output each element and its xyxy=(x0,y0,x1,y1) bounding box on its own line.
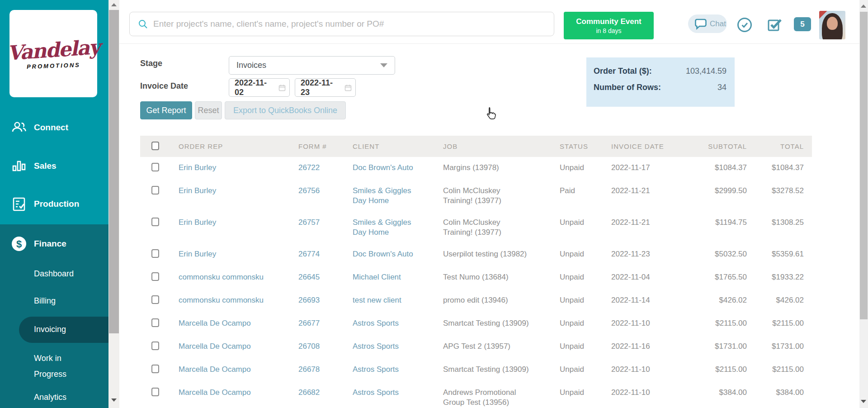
order-rep-link[interactable]: Erin Burley xyxy=(179,186,216,195)
order-rep-link[interactable]: commonsku commonsku xyxy=(179,296,264,304)
order-rep-link[interactable]: Erin Burley xyxy=(179,163,216,172)
client-link[interactable]: Michael Client xyxy=(353,273,401,281)
client-link[interactable]: Astros Sports xyxy=(353,319,399,327)
sidebar-item-billing[interactable]: Billing xyxy=(34,296,56,306)
form-number-link[interactable]: 26774 xyxy=(298,250,320,258)
order-rep-cell: commonsku commonsku xyxy=(172,289,292,313)
order-rep-cell: Erin Burley xyxy=(172,157,292,180)
sidebar-item-analytics[interactable]: Analytics xyxy=(34,393,66,402)
row-checkbox[interactable] xyxy=(151,342,159,350)
row-checkbox[interactable] xyxy=(151,318,159,327)
client-link[interactable]: Astros Sports xyxy=(353,388,399,397)
row-checkbox[interactable] xyxy=(151,272,159,281)
form-number-link[interactable]: 26757 xyxy=(298,218,320,227)
sidebar-item-production[interactable]: Production xyxy=(0,193,108,215)
column-header-total[interactable]: TOTAL xyxy=(747,136,812,157)
sidebar-item-connect[interactable]: Connect xyxy=(0,117,108,138)
project-search[interactable] xyxy=(129,12,554,36)
page-scrollbar-right[interactable] xyxy=(859,0,868,408)
job-cell: Colin McCluskey Training! (13977) xyxy=(436,212,553,243)
order-rep-link[interactable]: commonsku commonsku xyxy=(179,273,264,281)
scroll-down-arrow-icon[interactable] xyxy=(111,399,117,402)
sidebar-item-label: Production xyxy=(34,199,79,209)
number-of-rows-label: Number of Rows: xyxy=(594,83,661,92)
status-cell: Unpaid xyxy=(553,313,604,336)
form-number-link[interactable]: 26693 xyxy=(298,296,320,304)
job-cell: APG Test 2 (13957) xyxy=(436,336,553,359)
column-header-rep[interactable]: ORDER REP xyxy=(172,136,292,157)
row-checkbox[interactable] xyxy=(151,218,159,226)
client-link[interactable]: Smiles & Giggles Day Home xyxy=(353,218,411,237)
form-number-link[interactable]: 26708 xyxy=(298,342,320,351)
form-number-link[interactable]: 26645 xyxy=(298,273,320,281)
order-rep-link[interactable]: Erin Burley xyxy=(179,218,216,227)
invoice-date-to-input[interactable]: 2022-11-23 xyxy=(295,78,356,97)
client-link[interactable]: Astros Sports xyxy=(353,365,399,374)
column-header-status[interactable]: STATUS xyxy=(553,136,604,157)
order-rep-link[interactable]: Marcella De Ocampo xyxy=(179,365,251,374)
form-number-link[interactable]: 26682 xyxy=(298,388,320,397)
sidebar-item-work-in-progress[interactable]: Work in Progress xyxy=(34,351,93,382)
form-number-link[interactable]: 26678 xyxy=(298,365,320,374)
client-link[interactable]: Astros Sports xyxy=(353,342,399,351)
client-link[interactable]: Doc Brown's Auto xyxy=(353,250,413,258)
column-header-subtotal[interactable]: SUBTOTAL xyxy=(688,136,747,157)
community-event-button[interactable]: Community Event in 8 days xyxy=(564,12,654,39)
status-cell: Unpaid xyxy=(553,289,604,313)
scroll-up-arrow-icon[interactable] xyxy=(861,5,866,8)
user-avatar[interactable] xyxy=(819,11,845,39)
tasks-icon[interactable] xyxy=(767,17,782,34)
form-number-cell: 26708 xyxy=(292,336,346,359)
sidebar-item-invoicing[interactable]: Invoicing xyxy=(34,325,66,334)
row-checkbox[interactable] xyxy=(151,163,159,171)
total-cell: $3278.52 xyxy=(747,180,812,212)
column-header-date[interactable]: INVOICE DATE xyxy=(604,136,688,157)
column-header-client[interactable]: CLIENT xyxy=(346,136,436,157)
form-number-link[interactable]: 26677 xyxy=(298,319,320,327)
order-rep-link[interactable]: Marcella De Ocampo xyxy=(179,319,251,327)
scrollbar-thumb[interactable] xyxy=(109,10,119,333)
sidebar-item-sales[interactable]: Sales xyxy=(0,155,108,177)
sidebar-item-finance[interactable]: $ Finance xyxy=(0,233,108,255)
company-logo[interactable]: Vandelay PROMOTIONS xyxy=(9,10,97,97)
order-rep-cell: Erin Burley xyxy=(172,243,292,266)
scroll-down-arrow-icon[interactable] xyxy=(861,400,866,403)
search-input[interactable] xyxy=(153,19,542,29)
job-cell: promo edit (13946) xyxy=(436,289,553,313)
form-number-link[interactable]: 26756 xyxy=(298,186,320,195)
notification-badge[interactable]: 5 xyxy=(794,17,811,31)
client-link[interactable]: Smiles & Giggles Day Home xyxy=(353,186,411,205)
order-rep-cell: Erin Burley xyxy=(172,212,292,243)
get-report-button[interactable]: Get Report xyxy=(140,101,192,119)
order-rep-link[interactable]: Erin Burley xyxy=(179,250,216,258)
row-checkbox[interactable] xyxy=(151,295,159,304)
stage-dropdown[interactable]: Invoices xyxy=(229,56,395,75)
status-cell: Unpaid xyxy=(553,336,604,359)
row-checkbox[interactable] xyxy=(151,388,159,396)
content-scrollbar-left[interactable] xyxy=(108,0,119,408)
column-header-form[interactable]: FORM # xyxy=(292,136,346,157)
reset-button[interactable]: Reset xyxy=(195,101,222,119)
column-header-job[interactable]: JOB xyxy=(436,136,553,157)
row-checkbox[interactable] xyxy=(151,365,159,373)
order-rep-link[interactable]: Marcella De Ocampo xyxy=(179,388,251,397)
client-link[interactable]: Doc Brown's Auto xyxy=(353,163,413,172)
select-all-checkbox[interactable] xyxy=(151,142,159,150)
form-number-cell: 26757 xyxy=(292,212,346,243)
job-cell: Colin McCluskey Training! (13977) xyxy=(436,180,553,212)
sidebar-item-dashboard[interactable]: Dashboard xyxy=(34,269,74,279)
chat-button[interactable]: Chat xyxy=(688,14,727,33)
row-checkbox[interactable] xyxy=(151,249,159,258)
scroll-up-arrow-icon[interactable] xyxy=(111,3,117,6)
form-number-link[interactable]: 26722 xyxy=(298,163,320,172)
invoice-date-cell: 2022-11-04 xyxy=(604,266,688,289)
status-cell: Unpaid xyxy=(553,243,604,266)
order-rep-cell: Marcella De Ocampo xyxy=(172,313,292,336)
scrollbar-thumb[interactable] xyxy=(860,12,868,319)
clock-icon[interactable] xyxy=(737,17,752,34)
row-checkbox[interactable] xyxy=(151,186,159,195)
client-link[interactable]: test new client xyxy=(353,296,401,304)
export-quickbooks-button[interactable]: Export to QuickBooks Online xyxy=(225,101,346,119)
invoice-date-from-input[interactable]: 2022-11-02 xyxy=(229,78,290,97)
order-rep-link[interactable]: Marcella De Ocampo xyxy=(179,342,251,351)
